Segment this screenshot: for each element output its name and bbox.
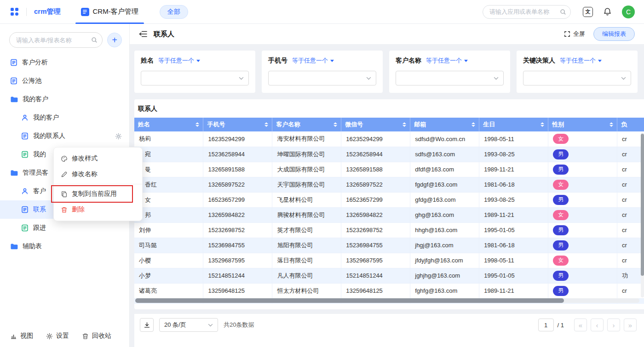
cell-owner: cr	[617, 147, 644, 162]
table-row[interactable]: 女16523657299飞星材料公司16523657299gfdg@163.co…	[134, 192, 644, 207]
gear-icon[interactable]	[115, 133, 122, 140]
cell-company: 旭阳有限公司	[272, 238, 341, 253]
cell-name: 诸葛亮	[134, 283, 203, 298]
table-row[interactable]: 小梦15214851244凡人有限公司15214851244jghjhg@163…	[134, 268, 644, 283]
sidebar-footer-trash[interactable]: 回收站	[82, 332, 111, 340]
caret-down-icon	[196, 60, 200, 62]
column-header-6[interactable]: 性别	[548, 118, 617, 131]
collapse-sidebar-icon[interactable]	[139, 31, 147, 37]
page-total: / 1	[558, 322, 564, 329]
filter-select[interactable]	[396, 71, 504, 85]
pagination-bar: 20 条/页 共20条数据 / 1 « ‹ › »	[134, 314, 644, 347]
table-row[interactable]: 诸葛亮13259648125恒太方材料公司13259648125fghfg@16…	[134, 283, 644, 298]
table-row[interactable]: 香红13265897522天宇国际有限公司13265897522fgdgf@16…	[134, 177, 644, 192]
column-header-inner: 客户名称	[276, 120, 337, 129]
filter-operator[interactable]: 等于任意一个	[158, 57, 200, 65]
filter-operator-label: 等于任意一个	[292, 57, 328, 65]
context-menu: 修改样式修改名称复制到当前应用删除	[53, 147, 143, 221]
sidebar-item-4[interactable]: 我的联系人	[0, 127, 129, 145]
sort-icon[interactable]	[610, 122, 613, 127]
export-button[interactable]	[140, 318, 154, 332]
sort-icon[interactable]	[540, 122, 544, 127]
column-header-7[interactable]: 负	[617, 118, 644, 131]
cell-gender: 男	[548, 238, 617, 253]
table-row[interactable]: 司马懿15236984755旭阳有限公司15236984755jhgj@163.…	[134, 238, 644, 253]
translate-icon[interactable]: 文	[583, 7, 593, 17]
sort-icon[interactable]	[196, 122, 199, 127]
sort-icon[interactable]	[334, 122, 337, 127]
menu-item-2[interactable]: 复制到当前应用	[54, 186, 142, 202]
menu-item-label: 删除	[72, 205, 85, 214]
vertical-scrollbar[interactable]	[641, 132, 644, 297]
page-size-select[interactable]: 20 条/页	[159, 318, 218, 332]
menu-item-0[interactable]: 修改样式	[54, 151, 142, 166]
table-row[interactable]: 宛15236258944坤曜国际有限公司15236258944sdfs@163.…	[134, 147, 644, 162]
filter-head: 姓名等于任意一个	[141, 57, 249, 65]
workspace-title[interactable]: crm管理	[34, 7, 61, 16]
table-row[interactable]: 杨莉16235294299海安材料有限公司16235294299sdfsd@Wo…	[134, 131, 644, 147]
column-header-1[interactable]: 手机号	[203, 118, 272, 131]
main-content: 联系人 全屏 编辑报表 姓名等于任意一个手机号等于任意一个客户名称等于任意一个关…	[130, 24, 644, 347]
avatar[interactable]: C	[622, 6, 635, 18]
menu-item-1[interactable]: 修改名称	[54, 166, 142, 182]
sidebar-item-3[interactable]: 我的客户	[0, 108, 129, 127]
person-icon	[21, 188, 29, 195]
prev-page-button[interactable]: ‹	[591, 319, 604, 331]
sidebar-footer-gear[interactable]: 设置	[46, 332, 69, 340]
last-page-button[interactable]: »	[624, 319, 637, 331]
form-search-input[interactable]	[9, 32, 103, 48]
filter-operator[interactable]: 等于任意一个	[560, 57, 602, 65]
form-green-icon	[21, 151, 29, 158]
cell-name: 小樱	[134, 253, 203, 268]
all-button[interactable]: 全部	[160, 5, 188, 19]
table-row[interactable]: 刘伸15232698752英才有限公司15232698752hhgh@163.c…	[134, 222, 644, 238]
cell-gender: 女	[548, 131, 617, 147]
app-search[interactable]	[483, 5, 571, 19]
sidebar-item-9[interactable]: 跟进	[0, 219, 129, 237]
column-header-2[interactable]: 客户名称	[272, 118, 341, 131]
sort-icon[interactable]	[402, 122, 406, 127]
table-row[interactable]: 邦13265984822腾骏材料有限公司13265984822ghg@163.c…	[134, 207, 644, 222]
filter-operator[interactable]: 等于任意一个	[426, 57, 468, 65]
column-header-4[interactable]: 邮箱	[410, 118, 479, 131]
cell-gender: 男	[548, 222, 617, 238]
app-launcher-icon[interactable]	[10, 7, 19, 16]
sidebar-item-0[interactable]: 客户分析	[0, 53, 129, 72]
filter-select[interactable]	[523, 71, 631, 85]
page-input[interactable]	[538, 319, 554, 331]
table-row[interactable]: 小樱13529687595落日有限公司13529687595jfdyjfgh@1…	[134, 253, 644, 268]
column-header-5[interactable]: 生日	[479, 118, 548, 131]
form-search[interactable]	[9, 32, 103, 48]
tab-crm-app[interactable]: CRM-客户管理	[73, 0, 147, 24]
folder-icon	[10, 243, 18, 250]
filter-select[interactable]	[268, 71, 376, 85]
filter-head: 关键决策人等于任意一个	[523, 57, 631, 65]
cell-email: jghjhg@163.com	[410, 268, 479, 283]
cell-wechat: 16235294299	[341, 131, 410, 147]
column-header-3[interactable]: 微信号	[341, 118, 410, 131]
horizontal-scrollbar[interactable]	[135, 298, 639, 303]
filter-field-label: 关键决策人	[523, 57, 555, 65]
table-row[interactable]: 曼13265891588大成国际有限公司13265891588dfdf@163.…	[134, 162, 644, 177]
sidebar-item-10[interactable]: 辅助表	[0, 237, 129, 256]
next-page-icon: ›	[613, 321, 615, 329]
cell-phone: 13265984822	[203, 207, 272, 222]
column-header-0[interactable]: 姓名	[134, 118, 203, 131]
column-label: 微信号	[345, 120, 363, 129]
fullscreen-button[interactable]: 全屏	[564, 30, 585, 38]
sidebar-item-2[interactable]: 我的客户	[0, 90, 129, 108]
menu-item-3[interactable]: 删除	[54, 202, 142, 217]
app-search-input[interactable]	[483, 5, 571, 19]
first-page-button[interactable]: «	[574, 319, 587, 331]
bell-icon[interactable]	[603, 7, 612, 16]
next-page-button[interactable]: ›	[607, 319, 620, 331]
sort-icon[interactable]	[472, 122, 475, 127]
sort-icon[interactable]	[264, 122, 268, 127]
filter-operator[interactable]: 等于任意一个	[292, 57, 334, 65]
filter-select[interactable]	[141, 71, 249, 85]
edit-report-button[interactable]: 编辑报表	[593, 27, 635, 41]
sidebar-footer-chart[interactable]: 视图	[10, 332, 33, 340]
cell-birthday: 1998-05-11	[479, 253, 548, 268]
add-form-button[interactable]: +	[107, 33, 122, 47]
sidebar-item-1[interactable]: 公海池	[0, 72, 129, 90]
